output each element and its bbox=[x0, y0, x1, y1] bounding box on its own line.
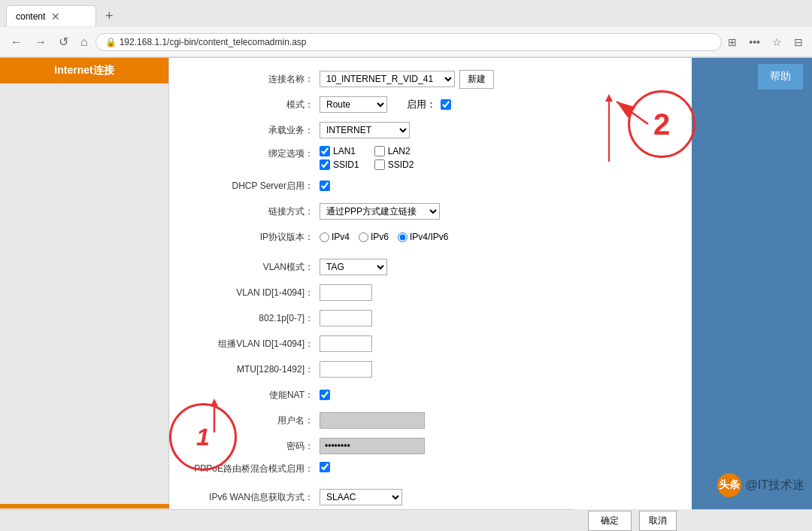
ipv4v6-radio-label: IPv4/IPv6 bbox=[398, 232, 448, 242]
username-label: 用户名： bbox=[184, 414, 320, 427]
ssid2-checkbox[interactable] bbox=[374, 159, 385, 170]
watermark: 头条 @IT技术迷 bbox=[717, 473, 804, 497]
mode-select[interactable]: Route bbox=[320, 96, 387, 113]
vlan-id-row: VLAN ID[1-4094]： 41 bbox=[184, 283, 677, 302]
ipv4-radio[interactable] bbox=[320, 232, 329, 242]
nat-checkbox[interactable] bbox=[320, 390, 330, 400]
forward-button[interactable]: → bbox=[30, 34, 51, 50]
vlan-id-value: 41 bbox=[320, 284, 677, 301]
reload-button[interactable]: ↺ bbox=[54, 33, 73, 50]
service-row: 承载业务： INTERNET bbox=[184, 120, 677, 140]
dot1p-value: 0 bbox=[320, 310, 677, 326]
mcast-vlan-row: 组播VLAN ID[1-4094]： bbox=[184, 334, 677, 353]
username-row: 用户名： bbox=[184, 411, 677, 430]
security-icon: 🔒 bbox=[105, 37, 117, 47]
mcast-vlan-label: 组播VLAN ID[1-4094]： bbox=[184, 338, 320, 350]
connection-name-select[interactable]: 10_INTERNET_R_VID_41 bbox=[320, 71, 455, 87]
connection-name-row: 连接名称： 10_INTERNET_R_VID_41 Route 新建 bbox=[184, 69, 677, 89]
home-button[interactable]: ⌂ bbox=[76, 34, 92, 50]
service-select[interactable]: INTERNET bbox=[320, 122, 410, 138]
ssid2-label: SSID2 bbox=[388, 159, 414, 170]
ssid1-label: SSID1 bbox=[333, 159, 359, 170]
pppoe-checkbox[interactable] bbox=[320, 462, 330, 472]
ip-version-row: IP协议版本： IPv4 IPv6 IPv4/IPv6 bbox=[184, 227, 677, 247]
password-input[interactable] bbox=[320, 438, 425, 454]
username-value bbox=[320, 412, 677, 429]
bookmark-btn[interactable]: ☆ bbox=[769, 35, 785, 50]
extensions-btn[interactable]: ⊞ bbox=[725, 35, 740, 50]
tab-bar: content ✕ + bbox=[0, 0, 812, 27]
ssid1-item: SSID1 bbox=[320, 159, 359, 170]
mode-row: 模式： Route 启用： bbox=[184, 95, 677, 114]
ok-button[interactable]: 确定 bbox=[588, 511, 632, 531]
service-label: 承载业务： bbox=[184, 124, 320, 137]
sidebar-toggle-btn[interactable]: ⊟ bbox=[791, 35, 806, 50]
sidebar: Internet连接 bbox=[0, 58, 169, 509]
mode-value: Route 启用： bbox=[320, 96, 677, 113]
tab-title: content bbox=[16, 11, 45, 22]
password-row: 密码： bbox=[184, 436, 677, 456]
enable-checkbox[interactable] bbox=[441, 99, 451, 110]
lan1-item: LAN1 bbox=[320, 146, 359, 156]
mtu-input[interactable]: 1492 bbox=[320, 361, 372, 378]
ipv6-wan-select[interactable]: SLAAC bbox=[320, 489, 402, 505]
ipv6-radio[interactable] bbox=[359, 232, 368, 242]
lan2-item: LAN2 bbox=[374, 146, 414, 156]
new-tab-btn[interactable]: + bbox=[101, 8, 118, 24]
ipv6-radio-label: IPv6 bbox=[359, 232, 389, 242]
create-button[interactable]: 新建 bbox=[459, 70, 494, 89]
mcast-vlan-value bbox=[320, 335, 677, 352]
nat-row: 使能NAT： bbox=[184, 385, 677, 405]
ipv4v6-radio[interactable] bbox=[398, 232, 408, 242]
dhcp-label: DHCP Server启用： bbox=[184, 180, 320, 193]
connection-name-label: 连接名称： bbox=[184, 73, 320, 86]
dot1p-input[interactable]: 0 bbox=[320, 310, 372, 326]
ipv6-wan-label: IPv6 WAN信息获取方式： bbox=[184, 491, 320, 504]
lan1-label: LAN1 bbox=[333, 146, 356, 156]
cancel-button[interactable]: 取消 bbox=[639, 511, 677, 531]
lan1-checkbox[interactable] bbox=[320, 146, 330, 156]
pppoe-row: PPPoE路由桥混合模式启用： bbox=[184, 462, 677, 481]
back-button[interactable]: ← bbox=[6, 34, 27, 50]
dot1p-row: 802.1p[0-7]： 0 bbox=[184, 308, 677, 328]
url-text: 192.168.1.1/cgi-bin/content_telecomadmin… bbox=[120, 37, 713, 47]
binding-label: 绑定选项： bbox=[184, 147, 320, 160]
mtu-value: 1492 bbox=[320, 361, 677, 378]
mcast-vlan-input[interactable] bbox=[320, 335, 372, 352]
help-button[interactable]: 帮助 bbox=[758, 64, 803, 90]
link-value: 通过PPP方式建立链接 bbox=[320, 203, 677, 220]
vlan-id-label: VLAN ID[1-4094]： bbox=[184, 287, 320, 299]
lan2-label: LAN2 bbox=[388, 146, 411, 156]
menu-btn[interactable]: ••• bbox=[746, 35, 763, 50]
username-input[interactable] bbox=[320, 412, 425, 429]
dhcp-checkbox[interactable] bbox=[320, 181, 330, 191]
service-value: INTERNET bbox=[320, 122, 677, 138]
ip-version-label: IP协议版本： bbox=[184, 231, 320, 244]
ipv6-wan-value: SLAAC bbox=[320, 489, 677, 505]
vlan-mode-select[interactable]: TAG bbox=[320, 259, 387, 275]
right-panel: 帮助 bbox=[692, 58, 812, 509]
ssid2-item: SSID2 bbox=[374, 159, 414, 170]
mtu-label: MTU[1280-1492]： bbox=[184, 363, 320, 376]
password-label: 密码： bbox=[184, 440, 320, 453]
mtu-row: MTU[1280-1492]： 1492 bbox=[184, 360, 677, 379]
connection-name-value: 10_INTERNET_R_VID_41 Route 新建 bbox=[320, 70, 677, 89]
dhcp-value bbox=[320, 181, 677, 191]
ip-version-radio-group: IPv4 IPv6 IPv4/IPv6 bbox=[320, 232, 448, 242]
vlan-mode-row: VLAN模式： TAG bbox=[184, 257, 677, 277]
vlan-id-input[interactable]: 41 bbox=[320, 284, 372, 301]
mode-label: 模式： bbox=[184, 99, 320, 111]
address-bar[interactable]: 🔒 192.168.1.1/cgi-bin/content_telecomadm… bbox=[95, 33, 723, 51]
link-row: 链接方式： 通过PPP方式建立链接 bbox=[184, 202, 677, 221]
link-label: 链接方式： bbox=[184, 205, 320, 218]
binding-value: LAN1 LAN2 SSID1 SSID2 bbox=[320, 146, 677, 170]
dhcp-row: DHCP Server启用： bbox=[184, 176, 677, 196]
ssid1-checkbox[interactable] bbox=[320, 159, 330, 170]
link-select[interactable]: 通过PPP方式建立链接 bbox=[320, 203, 440, 220]
tab-close-btn[interactable]: ✕ bbox=[51, 11, 60, 23]
orange-footer-strip bbox=[0, 504, 169, 508]
active-tab[interactable]: content ✕ bbox=[6, 5, 96, 26]
pppoe-label: PPPoE路由桥混合模式启用： bbox=[184, 463, 320, 475]
navigation-bar: ← → ↺ ⌂ 🔒 192.168.1.1/cgi-bin/content_te… bbox=[0, 27, 812, 57]
lan2-checkbox[interactable] bbox=[374, 146, 385, 156]
